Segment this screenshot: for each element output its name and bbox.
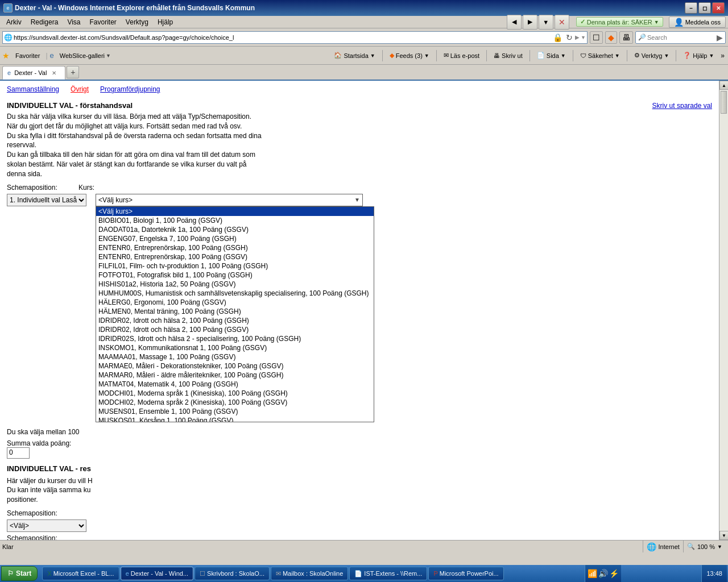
search-go-button[interactable]: ▶ [715, 33, 724, 42]
refresh-button[interactable]: ↻ [565, 33, 574, 42]
compat-button[interactable]: ☐ [590, 31, 603, 44]
tools-button[interactable]: ⚙ Verktyg ▼ [631, 50, 673, 61]
tab-dexter-val[interactable]: e Dexter - Val ✕ [2, 66, 65, 80]
security-button[interactable]: 🛡 Säkerhet ▼ [577, 51, 623, 61]
kurs-select-header[interactable]: <Välj kurs> ▼ [96, 194, 363, 206]
startsida-button[interactable]: 🏠 Startsida ▼ [330, 50, 378, 61]
nav-programfordjupning[interactable]: Programfördjupning [100, 85, 160, 93]
course-option-4[interactable]: ENTENR0, Entreprenörskap, 100 Poäng (GSG… [96, 243, 374, 252]
course-option-19[interactable]: MATMAT04, Matematik 4, 100 Poäng (GSGH) [96, 380, 374, 389]
page-dropdown[interactable]: ▼ [561, 53, 566, 59]
menu-hjalp[interactable]: Hjälp [154, 16, 177, 28]
favorites-label: Favoriter [15, 52, 40, 59]
tools-dropdown[interactable]: ▼ [664, 53, 669, 59]
section2-title: INDIVIDUELLT VAL - res [7, 464, 291, 473]
desc-line3: Du ska fylla i ditt förstahandsval på de… [7, 132, 262, 140]
contact-button[interactable]: 👤 Meddela oss [669, 16, 726, 28]
schemaposition-select2[interactable]: <Välj> [7, 519, 86, 532]
taskbar-app-powerpoint[interactable]: P Microsoft PowerPoi... [428, 567, 503, 580]
rss-button[interactable]: ◆ [605, 31, 617, 44]
live-search-icon: 🔎 [637, 34, 647, 41]
minimize-button[interactable]: – [685, 2, 697, 14]
course-option-3[interactable]: ENGENG07, Engelska 7, 100 Poäng (GSGH) [96, 234, 374, 243]
course-option-8[interactable]: HISHIS01a2, Historia 1a2, 50 Poäng (GSGV… [96, 280, 374, 289]
course-option-7[interactable]: FOTFOT01, Fotografisk bild 1, 100 Poäng … [96, 271, 374, 280]
start-label: Start [16, 569, 31, 577]
nav-sammanstallning[interactable]: Sammanställning [7, 85, 59, 93]
address-input[interactable] [14, 32, 551, 43]
print-button[interactable]: 🖶 Skriv ut [490, 51, 526, 61]
course-option-9[interactable]: HUMHUM00S, Humanistisk och samhällsveten… [96, 289, 374, 298]
course-option-23[interactable]: MUSKOS01, Körsång 1, 100 Poäng (GSGV) [96, 416, 374, 422]
scroll-up-button[interactable]: ▲ [719, 81, 728, 90]
section2-description: Här väljer du kurser du vill H Du kan in… [7, 476, 291, 505]
print-quick-button[interactable]: 🖶 [619, 31, 633, 44]
menu-favoriter[interactable]: Favoriter [86, 16, 121, 28]
desc-line4: reservval. [7, 141, 36, 149]
scroll-thumb[interactable] [721, 91, 727, 114]
dropdown-nav-button[interactable]: ▼ [539, 15, 553, 30]
read-email-button[interactable]: ✉ Läs e-post [440, 50, 483, 61]
course-option-13[interactable]: IDRIDR02, Idrott och hälsa 2, 100 Poäng … [96, 325, 374, 334]
taskbar-app-dexter[interactable]: e Dexter - Val - Wind... [121, 567, 193, 580]
help-button[interactable]: ❓ Hjälp ▼ [680, 50, 717, 61]
toolbar-divider-6 [627, 50, 627, 61]
security-dropdown-icon[interactable]: ▼ [654, 19, 659, 25]
course-option-17[interactable]: MARMAE0, Måleri - Dekorationstekniker, 1… [96, 361, 374, 371]
startsida-dropdown[interactable]: ▼ [370, 53, 375, 59]
course-option-16[interactable]: MAAMAA01, Massage 1, 100 Poäng (GSGV) [96, 352, 374, 361]
course-option-14[interactable]: IDRIDR02S, Idrott och hälsa 2 - speciali… [96, 334, 374, 343]
taskbar-app-ist-label: IST-Extens - \\Rem... [364, 570, 422, 577]
webslice-button[interactable]: WebSlice-galleri ▼ [56, 51, 114, 60]
summa-label-1: Summa valda poäng: [7, 439, 71, 447]
course-option-0[interactable]: <Välj kurs> [96, 207, 374, 216]
stop-button[interactable]: ✕ [555, 15, 569, 30]
taskbar-app-ist[interactable]: 📄 IST-Extens - \\Rem... [349, 567, 427, 580]
course-option-5[interactable]: ENTENR0, Entreprenörskap, 100 Poäng (GSG… [96, 252, 374, 261]
course-option-21[interactable]: MODCHI02, Moderna språk 2 (Kinesiska), 1… [96, 398, 374, 407]
kurs-dropdown-arrow[interactable]: ▼ [354, 197, 360, 203]
taskbar-app-excel[interactable]: X Microsoft Excel - BL... [42, 567, 119, 580]
feeds-button[interactable]: ◆ Feeds (3) ▼ [386, 50, 433, 61]
toolbar-expand-button[interactable]: » [719, 51, 726, 61]
zoom-dropdown[interactable]: ▼ [717, 544, 722, 550]
restore-button[interactable]: ◻ [698, 2, 711, 14]
close-button[interactable]: ✕ [712, 2, 725, 14]
page-button[interactable]: 📄 Sida ▼ [533, 50, 569, 61]
course-option-2[interactable]: DAODAT01a, Datorteknik 1a, 100 Poäng (GS… [96, 225, 374, 234]
security-dropdown2[interactable]: ▼ [615, 53, 620, 59]
webslice-dropdown-icon[interactable]: ▼ [106, 53, 111, 59]
search-input[interactable] [647, 34, 715, 41]
course-option-20[interactable]: MODCHI01, Moderna språk 1 (Kinesiska), 1… [96, 389, 374, 398]
new-tab-button[interactable]: + [67, 66, 79, 78]
schemaposition-select1[interactable]: 1. Individuellt val Lasår [7, 194, 86, 206]
nav-ovrigt[interactable]: Övrigt [71, 85, 89, 93]
menu-visa[interactable]: Visa [63, 16, 84, 28]
course-option-6[interactable]: FILFIL01, Film- och tv-produktion 1, 100… [96, 261, 374, 271]
tab-close-button[interactable]: ✕ [50, 69, 58, 77]
print-saved-link[interactable]: Skriv ut sparade val [652, 102, 712, 110]
course-option-1[interactable]: BIOBIO01, Biologi 1, 100 Poäng (GSGV) [96, 216, 374, 225]
course-option-15[interactable]: INSKOMО1, Kommunikationsnat 1, 100 Poäng… [96, 343, 374, 352]
menu-verktyg[interactable]: Verktyg [122, 16, 152, 28]
menu-redigera[interactable]: Redigera [27, 16, 63, 28]
s2-desc1: Här väljer du kurser du vill H [7, 477, 93, 485]
feeds-dropdown[interactable]: ▼ [424, 53, 429, 59]
course-option-10[interactable]: HÄLERG0, Ergonomi, 100 Poäng (GSGV) [96, 298, 374, 307]
person-icon: 👤 [674, 18, 684, 27]
nav-dropdown-small[interactable]: ▼ [581, 35, 586, 40]
course-option-22[interactable]: MUSENS01, Ensemble 1, 100 Poäng (GSGV) [96, 407, 374, 416]
back-button[interactable]: ◀ [507, 15, 522, 30]
course-option-12[interactable]: IDRIDR02, Idrott och hälsa 2, 100 Poäng … [96, 316, 374, 325]
taskbar-app-skrivbord[interactable]: ☐ Skrivbord : SkolaO... [195, 567, 270, 580]
menu-arkiv[interactable]: Arkiv [2, 16, 26, 28]
start-button[interactable]: ⚐ Start [1, 566, 38, 581]
taskbar-app-mailbox[interactable]: ✉ Mailbox : SkolaOnline [271, 567, 348, 580]
scroll-down-button[interactable]: ▼ [719, 531, 728, 540]
forward-button[interactable]: ▶ [523, 15, 537, 30]
help-dropdown[interactable]: ▼ [709, 53, 714, 59]
course-option-18[interactable]: MARMAR0, Måleri - äldre måleritekniker, … [96, 371, 374, 380]
nav-forward-small[interactable]: ▶ [575, 34, 580, 40]
course-option-11[interactable]: HÄLMEN0, Mental träning, 100 Poäng (GSGH… [96, 307, 374, 316]
favorites-button[interactable]: Favoriter [12, 51, 43, 60]
